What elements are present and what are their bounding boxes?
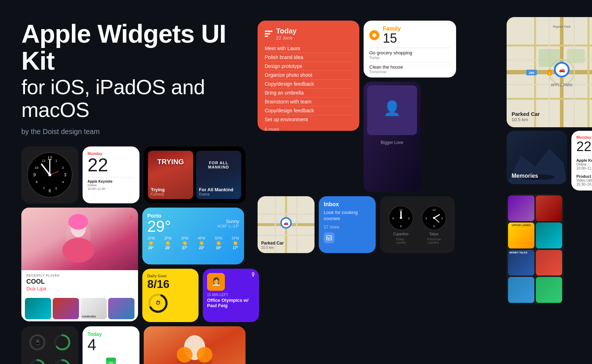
svg-text:2: 2 xyxy=(62,166,64,170)
featured-photo-widget: Featured Photo xyxy=(144,326,245,364)
family-widget: Family 15 Go grocery shopping Today Clea… xyxy=(364,21,456,77)
svg-text:3: 3 xyxy=(441,217,443,220)
hero-section: Apple Widgets UI Kit for iOS, iPadOS and… xyxy=(21,17,253,136)
weather-condition: Sunny H:30° L:-13° xyxy=(218,219,239,228)
calendar-small-widget: Monday 22 Apple Keynote Online 10:00–11:… xyxy=(83,146,139,203)
cal-right-event1-title: Apple Keynote xyxy=(576,158,592,162)
cal-right-event2-sub2: 15:30–16:00 xyxy=(576,182,592,186)
clock-city-2: Tokyo xyxy=(429,232,438,236)
map-small-distance: 10.5 km xyxy=(261,246,284,250)
hero-byline: by the Doist design team xyxy=(21,128,253,136)
podcast-grid-widget: OFFICE LADIES MONEY TALKS xyxy=(507,194,564,304)
calendar-event-sub1: Online xyxy=(88,183,134,187)
weather-h3-time: 3PM xyxy=(181,236,189,240)
weather-h1-temp: 29° xyxy=(147,246,155,250)
weather-h1-time: 1PM xyxy=(147,236,155,240)
weather-h6-time: 6PM xyxy=(232,236,239,240)
page-layout: Apple Widgets UI Kit for iOS, iPadOS and… xyxy=(0,0,592,364)
svg-text:8: 8 xyxy=(36,180,37,184)
goal-ring-svg: ⏱ xyxy=(147,293,169,314)
weather-h2-temp: 28° xyxy=(164,246,171,250)
cal-right-day-num: 22 xyxy=(576,139,592,154)
family-task-1: Go grocery shopping Today xyxy=(369,48,450,62)
calendar-day-num: 22 xyxy=(88,156,134,174)
svg-text:g: g xyxy=(549,71,551,75)
clock-offset-1: Today +0HRS xyxy=(396,237,406,245)
task-8: Copy/design feedback xyxy=(265,106,352,115)
mankind-name: For All Mankind xyxy=(199,187,233,192)
map-large-info: Parked Car 10.5 km xyxy=(512,111,540,122)
center-column: Today 22 June Meet with Laura Polish bra… xyxy=(258,17,502,364)
goal-progress: 8/16 xyxy=(147,278,194,290)
goal-podcast-row: Daily Goal 8/16 ⏱ 🎙 xyxy=(142,269,259,322)
goal-widget: Daily Goal 8/16 ⏱ xyxy=(142,269,199,322)
cal-right-event2: Product meeting Video call 15:30–16:00 xyxy=(576,172,592,186)
family-task1-title: Go grocery shopping xyxy=(369,50,450,55)
todoist-widget: Today 22 June Meet with Laura Polish bra… xyxy=(258,21,359,131)
svg-text:1: 1 xyxy=(55,159,57,162)
hero-subtitle: for iOS, iPadOS and macOS xyxy=(21,76,253,121)
svg-text:Bigger Love: Bigger Love xyxy=(381,140,403,145)
svg-point-21 xyxy=(68,214,88,230)
reminder-calendar-svg: 21 xyxy=(105,356,117,364)
music-recently-label: RECENTLY PLAYED xyxy=(26,274,133,277)
family-right-col: Family 15 Go grocery shopping Today Clea… xyxy=(364,21,456,192)
podcast-top: 👩‍💼 xyxy=(207,273,255,291)
svg-text:11: 11 xyxy=(42,159,46,162)
weather-main: 29° Sunny H:30° L:-13° xyxy=(147,219,239,234)
weather-hour-6: 6PM ☀️ 17° xyxy=(232,236,239,250)
pg-item-5: MONEY TALKS xyxy=(508,250,534,276)
music-artwork-svg xyxy=(21,208,138,270)
util-ring-2 xyxy=(54,334,71,351)
pg-item-4 xyxy=(536,223,562,248)
inbox-more: 17 more xyxy=(324,225,371,230)
task-2: Polish brand idea xyxy=(265,53,352,62)
family-info: Family 15 xyxy=(383,26,401,45)
svg-text:Raynor Park: Raynor Park xyxy=(553,25,571,28)
todoist-stripe-2 xyxy=(265,33,270,34)
right-music-bg: 👤 Bigger Love xyxy=(364,82,421,192)
svg-point-78 xyxy=(433,217,435,219)
svg-text:⏱: ⏱ xyxy=(155,300,160,306)
svg-text:9: 9 xyxy=(425,217,427,220)
cal-right-event2-sub1: Video call xyxy=(576,178,592,182)
cal-right-event2-title: Product meeting xyxy=(576,174,592,178)
trying-name: Trying xyxy=(151,187,165,192)
left-column: Apple Widgets UI Kit for iOS, iPadOS and… xyxy=(21,17,253,364)
inbox-title: Inbox xyxy=(324,201,339,208)
svg-rect-37 xyxy=(106,358,116,361)
svg-text:👩‍💼: 👩‍💼 xyxy=(211,277,221,287)
svg-text:🚗: 🚗 xyxy=(284,220,289,225)
trying-show-text: TRYING xyxy=(148,151,193,173)
weather-h6-temp: 17° xyxy=(232,246,239,250)
todoist-stripe-3 xyxy=(265,36,268,37)
music-album-grid: CHURCHES xyxy=(21,295,138,321)
svg-text:10: 10 xyxy=(35,166,38,170)
task-5: Copy/design feedback xyxy=(265,80,352,89)
svg-text:4: 4 xyxy=(62,180,64,184)
weather-h2-icon: ☀️ xyxy=(164,240,171,246)
todoist-task-list: Meet with Laura Polish brand idea Design… xyxy=(265,44,352,124)
clock-cupertino: 12 3 6 9 Cupertino Today +0HRS xyxy=(388,205,414,245)
clock-offset-2: Tomorrow +16HRS xyxy=(427,237,441,245)
reminder-calendar-icon: 21 xyxy=(88,356,134,364)
music-thumb-4 xyxy=(108,298,134,319)
svg-rect-91 xyxy=(567,49,585,63)
music-thumb-3: CHURCHES xyxy=(80,298,107,319)
inbox-bottom-icon xyxy=(324,232,334,243)
weather-h4-temp: 23° xyxy=(198,246,205,250)
weather-h6-icon: ☀️ xyxy=(232,240,239,246)
pg-item-1 xyxy=(508,196,534,221)
music-artwork: ♪ xyxy=(21,208,138,270)
calendar-event-title: Apple Keynote xyxy=(88,180,134,183)
svg-point-31 xyxy=(55,335,69,349)
inbox-task: Look for cooking courses xyxy=(324,210,371,222)
svg-point-22 xyxy=(62,238,94,263)
trying-genre: Comedy xyxy=(151,192,165,196)
family-header: Family 15 xyxy=(369,26,450,45)
svg-point-43 xyxy=(197,347,212,363)
weather-hourly: 1PM ☀️ 29° 2PM ☀️ 28° 3PM ☀️ xyxy=(147,236,239,250)
family-task2-sub: Tomorrow xyxy=(369,70,450,74)
todoist-header: Today 22 June xyxy=(265,27,352,41)
center-top-row: Today 22 June Meet with Laura Polish bra… xyxy=(258,21,502,192)
